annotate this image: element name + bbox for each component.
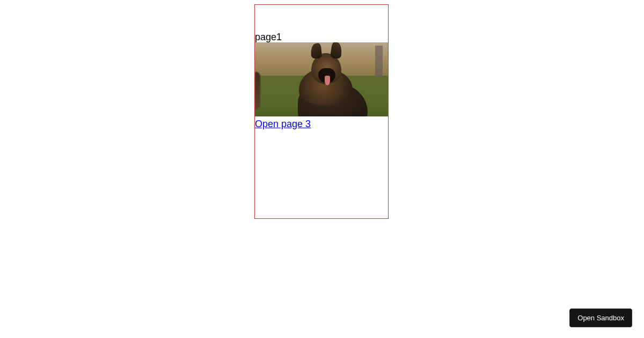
image-fence-post bbox=[375, 46, 383, 78]
dog-image bbox=[255, 42, 388, 116]
dog-ear-left bbox=[310, 43, 323, 59]
page-label: page1 bbox=[255, 32, 388, 42]
page-container: page1 Open page 3 bbox=[254, 4, 389, 219]
dog-tongue bbox=[325, 76, 330, 85]
dog-figure bbox=[287, 42, 368, 116]
image-left-blur bbox=[255, 72, 260, 109]
open-sandbox-button[interactable]: Open Sandbox bbox=[569, 308, 632, 327]
spacer bbox=[255, 5, 388, 32]
dog-ear-right bbox=[330, 42, 343, 59]
open-page-3-link[interactable]: Open page 3 bbox=[255, 119, 311, 130]
